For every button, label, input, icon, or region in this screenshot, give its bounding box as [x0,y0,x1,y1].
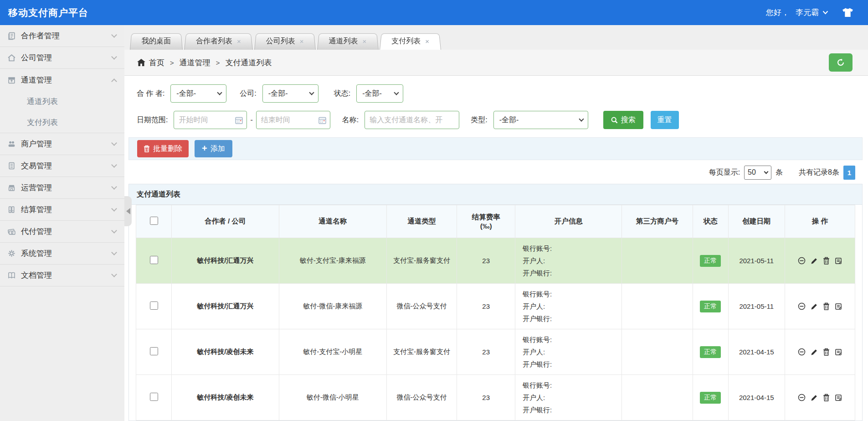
table-toolbar: 批量删除 + 添加 [128,137,863,160]
company-select-value: -全部- [268,89,288,99]
chevron-down-icon [309,90,314,95]
tab-channel-list[interactable]: 通道列表 × [317,32,379,50]
company-select[interactable]: -全部- [262,84,318,103]
form-edit-icon[interactable] [835,348,842,356]
home-icon [137,59,145,66]
sidebar-collapse-handle[interactable] [124,196,132,226]
edit-icon[interactable] [811,257,818,265]
sidebar-item-document-mgmt[interactable]: 文档管理 [0,265,124,286]
search-button-label: 搜索 [621,115,636,125]
storefront-icon [7,183,21,192]
cell-created: 2021-04-15 [728,375,785,421]
close-icon[interactable]: × [237,38,241,45]
sidebar-item-merchant-mgmt[interactable]: 商户管理 [0,133,124,155]
start-date-input[interactable]: 开始时间 [174,111,247,129]
partner-select[interactable]: -全部- [170,84,226,103]
delete-icon[interactable] [823,394,830,401]
form-edit-icon[interactable] [835,394,842,401]
disable-icon[interactable] [798,257,806,265]
reset-button-label: 重置 [657,115,672,125]
batch-delete-button[interactable]: 批量删除 [137,140,189,157]
breadcrumb-section[interactable]: 通道管理 [180,57,211,68]
pagination-bar: 每页显示: 50 条 共有记录8条 1 [128,160,863,184]
row-checkbox[interactable] [150,301,158,310]
tab-label: 公司列表 [266,36,295,46]
close-icon[interactable]: × [300,38,304,45]
refresh-icon [836,58,845,67]
form-edit-icon[interactable] [835,257,842,265]
end-date-input[interactable]: 结束时间 [256,111,330,129]
tab-company-list[interactable]: 公司列表 × [254,32,316,50]
company-filter-label: 公司: [240,89,256,99]
row-checkbox[interactable] [150,393,158,401]
breadcrumb-home[interactable]: 首页 [149,57,164,68]
sidebar-item-company-mgmt[interactable]: 公司管理 [0,47,124,69]
close-icon[interactable]: × [363,38,367,45]
cell-created: 2021-04-15 [728,329,785,375]
status-select[interactable]: -全部- [356,84,403,103]
chevron-down-icon [217,90,222,95]
sidebar-item-label: 运营管理 [21,182,52,193]
disable-icon[interactable] [798,394,806,401]
sidebar-item-label: 公司管理 [21,52,52,63]
chevron-down-icon [111,206,117,212]
tab-payment-list[interactable]: 支付列表 × [380,32,441,50]
sidebar-item-partner-mgmt[interactable]: 合作者管理 [0,25,124,47]
chevron-down-icon [764,170,769,174]
edit-icon[interactable] [811,348,818,356]
form-edit-icon[interactable] [835,303,842,310]
row-checkbox[interactable] [150,347,158,355]
col-operations: 操 作 [785,205,855,238]
col-channel-name: 通道名称 [279,205,386,238]
payment-channel-panel: 支付通道列表 合作者 / 公司 通道名称 [128,184,863,421]
delete-icon[interactable] [823,257,830,265]
sidebar-item-system-mgmt[interactable]: 系统管理 [0,243,124,265]
cell-third-party [622,284,693,329]
delete-icon[interactable] [823,348,830,356]
cell-channel-type: 支付宝-服务窗支付 [386,329,457,375]
sidebar-item-payout-mgmt[interactable]: 代付管理 [0,221,124,243]
tab-my-desktop[interactable]: 我的桌面 [130,32,183,50]
theme-tshirt-icon[interactable] [842,8,853,17]
username: 李元霸 [796,7,819,18]
per-page-select[interactable]: 50 [744,166,771,180]
reset-button[interactable]: 重置 [651,111,679,129]
cell-account-info: 银行账号: 开户人: 开户银行: [515,375,622,421]
date-range-label: 日期范围: [137,115,168,125]
edit-icon[interactable] [811,394,818,401]
sidebar-item-transaction-mgmt[interactable]: 交易管理 [0,155,124,177]
sidebar-item-operation-mgmt[interactable]: 运营管理 [0,177,124,199]
add-label: 添加 [211,144,225,154]
delete-icon[interactable] [823,302,830,310]
type-select[interactable]: -全部- [493,111,588,129]
add-button[interactable]: + 添加 [195,140,232,157]
edit-icon[interactable] [811,303,818,310]
disable-icon[interactable] [798,348,806,356]
cell-status: 正常 [693,238,728,284]
cell-channel-type: 微信-公众号支付 [386,284,457,329]
tab-label: 支付列表 [391,36,421,46]
status-select-value: -全部- [362,89,382,99]
search-button[interactable]: 搜索 [603,111,643,129]
page-button-1[interactable]: 1 [843,166,855,180]
cell-channel-name: 敏付-支付宝-小明星 [279,329,386,375]
cell-operations [785,375,855,421]
tab-partner-list[interactable]: 合作者列表 × [184,32,253,50]
col-created-date: 创建日期 [728,205,785,238]
table-header-row: 合作者 / 公司 通道名称 通道类型 结算费率 (‰) 开户信息 第三方商户号 … [136,205,855,238]
refresh-button[interactable] [829,53,853,72]
sidebar-subitem-label: 通道列表 [27,96,58,107]
sidebar-item-channel-mgmt[interactable]: 通道管理 [0,69,124,91]
sidebar-subitem-channel-list[interactable]: 通道列表 [0,91,124,112]
name-input[interactable] [365,111,459,129]
close-icon[interactable]: × [425,38,429,45]
sidebar-item-settlement-mgmt[interactable]: 结算管理 [0,199,124,221]
select-all-checkbox[interactable] [150,217,158,225]
user-menu[interactable]: 李元霸 [796,7,828,18]
triangle-left-icon [126,208,130,214]
disable-icon[interactable] [798,302,806,310]
app-header: 移动支付商户平台 您好， 李元霸 [0,0,868,25]
row-checkbox[interactable] [150,256,158,264]
calendar-icon [318,116,326,124]
sidebar-subitem-payment-list[interactable]: 支付列表 [0,112,124,133]
